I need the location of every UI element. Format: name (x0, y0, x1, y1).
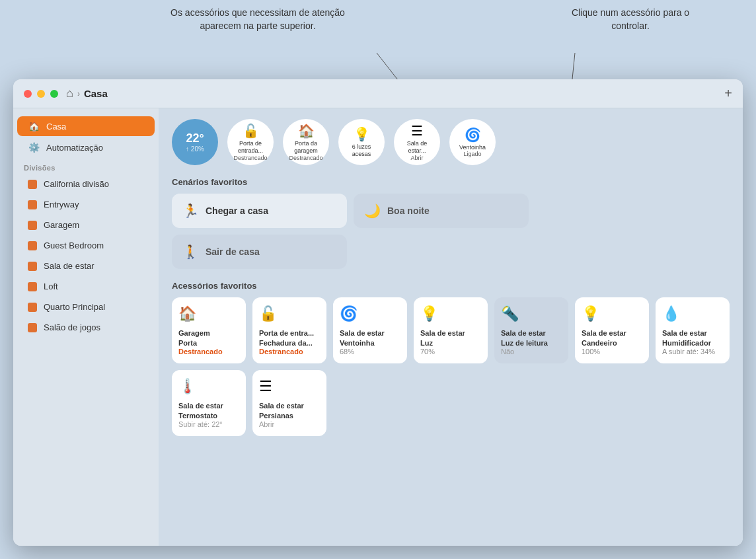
luzes-name: 6 luzesacesas (352, 143, 371, 158)
chegar-icon: 🏃 (182, 203, 199, 219)
main-panel: 22° ↑ 20% 🔓 Porta deentrada... Destranca… (159, 108, 743, 546)
acc-leitura[interactable]: 🔦 Sala de estarLuz de leitura Não (494, 297, 568, 363)
status-acc-porta-garagem[interactable]: 🏠 Porta dagaragem Destrancado (283, 119, 329, 165)
chevron-icon: › (77, 89, 80, 98)
sidebar-label-loft: Loft (44, 281, 58, 291)
termostato-state: Subir até: 22° (178, 420, 239, 428)
sidebar-item-quarto-principal[interactable]: Quarto Principal (17, 297, 155, 317)
acc-ventoinha[interactable]: 🌀 Sala de estarVentoinha 68% (333, 297, 407, 363)
temperature-circle[interactable]: 22° ↑ 20% (172, 119, 218, 165)
leitura-name: Sala de estarLuz de leitura (501, 328, 562, 348)
scene-boa-noite[interactable]: 🌙 Boa noite (354, 194, 529, 228)
ventoinha-name: Ventoinha (459, 144, 486, 151)
sidebar-label-garagem: Garagem (44, 220, 79, 230)
titlebar-title: Casa (84, 88, 108, 99)
acc-empty3 (494, 370, 568, 436)
sidebar-label-casa: Casa (46, 122, 66, 131)
accessories-grid-row2: 🌡️ Sala de estarTermostato Subir até: 22… (172, 370, 730, 436)
luz-name: Sala de estarLuz (420, 328, 481, 348)
acc-persianas[interactable]: ☰ Sala de estarPersianas Abrir (252, 370, 326, 436)
sidebar-label-guest: Guest Bedroom (44, 241, 104, 250)
accessories-section-header: Acessórios favoritos (172, 281, 730, 291)
sidebar-item-entryway[interactable]: Entryway (17, 195, 155, 214)
porta-entrada-name: Porta deentrada... (238, 140, 263, 155)
minimize-button[interactable] (37, 90, 45, 98)
sidebar-item-automatizacao[interactable]: ⚙️ Automatização (17, 137, 155, 157)
porta-garagem-icon: 🏠 (298, 123, 315, 139)
persianas-name: Sala de estarPersianas (259, 401, 320, 420)
porta-entrada2-state: Destrancado (259, 348, 320, 355)
porta-entrada-state: Destrancado (233, 155, 267, 161)
room-color-entryway (28, 200, 37, 209)
humidificador-state: A subir até: 34% (662, 348, 723, 355)
room-color-sala (28, 262, 37, 271)
garagem-porta-name: GaragemPorta (178, 328, 239, 348)
sidebar-item-loft[interactable]: Loft (17, 277, 155, 296)
status-acc-6luzes[interactable]: 💡 6 luzesacesas (338, 119, 385, 165)
garagem-porta-icon: 🏠 (178, 305, 239, 322)
sidebar-item-california[interactable]: California divisão (17, 174, 155, 194)
acc-porta-entrada[interactable]: 🔓 Porta de entra...Fechadura da... Destr… (252, 297, 326, 363)
home-icon: ⌂ (66, 87, 73, 100)
acc-luz[interactable]: 💡 Sala de estarLuz 70% (414, 297, 488, 363)
humidificador-name: Sala de estarHumidificador (662, 328, 723, 348)
leitura-state: Não (501, 348, 562, 355)
status-row: 22° ↑ 20% 🔓 Porta deentrada... Destranca… (172, 119, 730, 165)
status-acc-sala-estar[interactable]: ☰ Sala deestar... Abrir (394, 119, 440, 165)
sidebar-item-garagem[interactable]: Garagem (17, 215, 155, 235)
automatizacao-icon: ⚙️ (28, 142, 40, 153)
sidebar-item-sala-de-estar[interactable]: Sala de estar (17, 256, 155, 276)
sidebar-label-sala: Sala de estar (44, 261, 94, 271)
temperature-value: 22° (186, 131, 204, 145)
annotation-left: Os acessórios que necessitam de atenção … (165, 7, 350, 86)
add-button[interactable]: + (724, 86, 732, 101)
humidificador-icon: 💧 (662, 305, 723, 322)
scene-chegar[interactable]: 🏃 Chegar a casa (172, 194, 347, 228)
ventoinha2-name: Sala de estarVentoinha (340, 328, 400, 348)
scene-sair[interactable]: 🚶 Sair de casa (172, 235, 347, 269)
candeeiro-name: Sala de estarCandeeiro (582, 328, 642, 348)
candeeiro-state: 100% (582, 348, 642, 355)
sidebar-label-salao: Salão de jogos (44, 322, 100, 332)
status-acc-ventoinha[interactable]: 🌀 Ventoinha Ligado (449, 119, 496, 165)
sair-label: Sair de casa (206, 246, 260, 257)
sidebar-section-divisoes: Divisões (13, 159, 159, 174)
acc-termostato[interactable]: 🌡️ Sala de estarTermostato Subir até: 22… (172, 370, 246, 436)
boa-noite-label: Boa noite (387, 205, 430, 216)
room-color-guest (28, 241, 37, 250)
status-acc-porta-entrada[interactable]: 🔓 Porta deentrada... Destrancado (227, 119, 274, 165)
ventoinha2-state: 68% (340, 348, 400, 355)
porta-garagem-state: Destrancado (289, 155, 322, 161)
luz-icon: 💡 (420, 305, 481, 322)
acc-empty1 (333, 370, 407, 436)
sidebar-label-california: California divisão (44, 179, 109, 189)
scenes-section-header: Cenários favoritos (172, 177, 730, 187)
termostato-icon: 🌡️ (178, 378, 239, 395)
sidebar-label-entryway: Entryway (44, 200, 79, 209)
porta-entrada-icon: 🔓 (243, 123, 259, 139)
sidebar-item-salao-de-jogos[interactable]: Salão de jogos (17, 318, 155, 337)
candeeiro-icon: 💡 (582, 305, 642, 322)
acc-empty2 (414, 370, 488, 436)
content-area: 🏠 Casa ⚙️ Automatização Divisões Califor… (13, 108, 743, 546)
sidebar-item-casa[interactable]: 🏠 Casa (17, 116, 155, 136)
sala-estar-state: Abrir (410, 155, 423, 161)
sidebar-item-guest-bedroom[interactable]: Guest Bedroom (17, 236, 155, 255)
acc-humidificador[interactable]: 💧 Sala de estarHumidificador A subir até… (656, 297, 730, 363)
room-color-salao (28, 323, 37, 332)
sidebar: 🏠 Casa ⚙️ Automatização Divisões Califor… (13, 108, 159, 546)
persianas-icon: ☰ (259, 378, 320, 395)
casa-icon: 🏠 (28, 121, 40, 131)
porta-entrada2-icon: 🔓 (259, 305, 320, 322)
room-color-quarto (28, 303, 37, 312)
ventoinha-state: Ligado (463, 151, 481, 157)
close-button[interactable] (24, 90, 32, 98)
acc-candeeiro[interactable]: 💡 Sala de estarCandeeiro 100% (575, 297, 649, 363)
maximize-button[interactable] (50, 90, 58, 98)
sala-estar-icon: ☰ (411, 123, 423, 139)
sidebar-label-automatizacao: Automatização (46, 143, 103, 153)
garagem-porta-state: Destrancado (178, 348, 239, 355)
luz-state: 70% (420, 348, 481, 355)
acc-garagem-porta[interactable]: 🏠 GaragemPorta Destrancado (172, 297, 246, 363)
leitura-icon: 🔦 (501, 305, 562, 322)
